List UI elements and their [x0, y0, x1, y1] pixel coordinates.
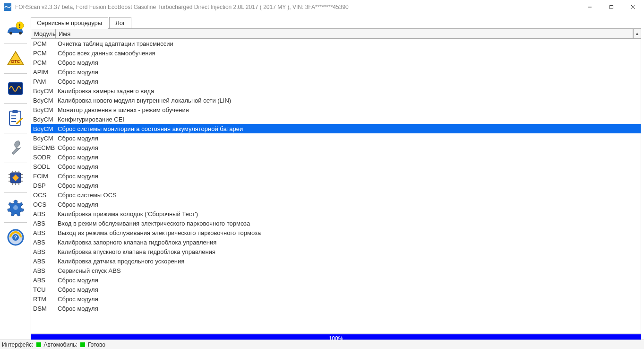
- tab-log[interactable]: Лог: [109, 17, 131, 29]
- cell-module: ABS: [31, 248, 56, 255]
- cell-module: FCIM: [31, 173, 56, 180]
- cell-name: Сброс модуля: [56, 201, 641, 208]
- separator: [4, 44, 27, 44]
- title-bar: FORScan v2.3.37 beta, Ford Fusion EcoBoo…: [0, 0, 644, 14]
- svg-rect-8: [19, 27, 20, 28]
- status-bar: Интерфейс: Автомобиль: Готово: [0, 340, 644, 349]
- tests-button[interactable]: [4, 106, 27, 130]
- table-row[interactable]: BdyCMКалибровка нового модуля внутренней…: [31, 96, 641, 105]
- oscilloscope-button[interactable]: [4, 77, 27, 100]
- content-area: Сервисные процедуры Лог Модуль Имя ▲ PCM…: [31, 14, 644, 333]
- cell-name: Калибровка запорного клапана гидроблока …: [56, 239, 641, 246]
- svg-point-5: [19, 32, 22, 35]
- table-row[interactable]: SODRСброс модуля: [31, 152, 641, 162]
- svg-rect-12: [12, 110, 18, 113]
- cell-module: APIM: [31, 69, 56, 76]
- cell-module: BdyCM: [31, 97, 56, 104]
- table-row[interactable]: APIMСброс модуля: [31, 67, 641, 77]
- cell-module: SODR: [31, 154, 56, 161]
- cell-module: PCM: [31, 50, 56, 57]
- cell-name: Очистка таблиц адаптации трансмиссии: [56, 40, 641, 47]
- svg-rect-1: [610, 6, 613, 9]
- svg-text:DTC: DTC: [11, 59, 20, 64]
- table-row[interactable]: OCSСброс системы OCS: [31, 190, 641, 200]
- table-row[interactable]: ABSКалибровка впускного клапана гидробло…: [31, 247, 641, 256]
- procedure-table[interactable]: PCMОчистка таблиц адаптации трансмиссииP…: [31, 39, 641, 333]
- table-row[interactable]: DSMСброс модуля: [31, 304, 641, 313]
- cell-module: BdyCM: [31, 106, 56, 113]
- table-row[interactable]: DSPСброс модуля: [31, 181, 641, 190]
- cell-name: Калибровка нового модуля внутренней лока…: [56, 97, 641, 104]
- table-row[interactable]: RTMСброс модуля: [31, 294, 641, 304]
- tab-bar: Сервисные процедуры Лог: [31, 16, 641, 28]
- cell-module: SODL: [31, 163, 56, 170]
- cell-module: DSP: [31, 182, 56, 189]
- separator: [4, 133, 27, 133]
- cell-name: Сброс модуля: [56, 277, 641, 284]
- close-button[interactable]: [622, 0, 644, 14]
- cell-name: Сброс модуля: [56, 296, 641, 303]
- app-icon: [4, 3, 11, 11]
- cell-module: BdyCM: [31, 87, 56, 95]
- cell-module: ABS: [31, 267, 56, 274]
- minimize-button[interactable]: [579, 0, 601, 14]
- table-row[interactable]: BdyCMСброс модуля: [31, 133, 641, 143]
- cell-name: Сброс системы OCS: [56, 192, 641, 199]
- table-row[interactable]: ABSКалибровка датчика продольного ускоре…: [31, 256, 641, 266]
- table-row[interactable]: ABSВход в режим обслуживания электрическ…: [31, 218, 641, 228]
- table-row[interactable]: ABSКалибровка запорного клапана гидробло…: [31, 237, 641, 247]
- separator: [4, 222, 27, 223]
- cell-module: BdyCM: [31, 135, 56, 142]
- cell-module: ABS: [31, 239, 56, 246]
- table-row[interactable]: BdyCMСброс системы мониторинга состояния…: [31, 124, 641, 133]
- chip-button[interactable]: [4, 166, 27, 190]
- table-row[interactable]: PCMСброс модуля: [31, 58, 641, 67]
- cell-name: Сброс модуля: [56, 135, 641, 142]
- cell-name: Выход из режима обслуживания электрическ…: [56, 229, 641, 236]
- table-row[interactable]: ABSСервисный спуск ABS: [31, 266, 641, 275]
- table-row[interactable]: BdyCMКонфигурирование CEI: [31, 114, 641, 124]
- svg-point-29: [13, 205, 18, 210]
- tab-service-procedures[interactable]: Сервисные процедуры: [31, 17, 108, 29]
- svg-point-4: [9, 32, 12, 35]
- cell-name: Сброс модуля: [56, 69, 641, 76]
- table-row[interactable]: PCMОчистка таблиц адаптации трансмиссии: [31, 39, 641, 48]
- interface-led-icon: [36, 342, 41, 347]
- table-row[interactable]: ABSВыход из режима обслуживания электрич…: [31, 228, 641, 237]
- cell-module: BECMB: [31, 144, 56, 151]
- column-header-module[interactable]: Модуль: [31, 29, 56, 38]
- svg-text:?: ?: [14, 235, 17, 240]
- side-toolbar: DTC: [0, 14, 31, 333]
- table-row[interactable]: OCSСброс модуля: [31, 200, 641, 209]
- column-header-name[interactable]: Имя: [56, 29, 633, 38]
- table-row[interactable]: BdyCMКалибровка камеры заднего вида: [31, 86, 641, 96]
- table-row[interactable]: BECMBСброс модуля: [31, 143, 641, 152]
- table-row[interactable]: BdyCMМонитор давления в шинах - режим об…: [31, 105, 641, 114]
- cell-name: Сброс модуля: [56, 286, 641, 293]
- maximize-button[interactable]: [601, 0, 622, 14]
- cell-module: OCS: [31, 192, 56, 199]
- table-row[interactable]: ABSСброс модуля: [31, 275, 641, 285]
- window-title: FORScan v2.3.37 beta, Ford Fusion EcoBoo…: [15, 4, 579, 10]
- vehicle-info-button[interactable]: [4, 17, 27, 41]
- table-row[interactable]: PAMСброс модуля: [31, 77, 641, 86]
- help-button[interactable]: ?: [4, 226, 27, 249]
- table-row[interactable]: FCIMСброс модуля: [31, 171, 641, 181]
- cell-module: ABS: [31, 210, 56, 218]
- settings-button[interactable]: [4, 196, 27, 219]
- table-row[interactable]: SODLСброс модуля: [31, 162, 641, 171]
- dtc-button[interactable]: DTC: [4, 47, 27, 70]
- cell-name: Монитор давления в шинах - режим обучени…: [56, 106, 641, 113]
- service-button[interactable]: [4, 136, 27, 160]
- table-row[interactable]: PCMСброс всех данных самообучения: [31, 48, 641, 58]
- cell-name: Сброс модуля: [56, 173, 641, 180]
- status-ready: Готово: [88, 341, 105, 348]
- cell-module: ABS: [31, 258, 56, 265]
- table-row[interactable]: ABSКалибровка прижима колодок ('Сборочны…: [31, 209, 641, 218]
- scroll-up-button[interactable]: ▲: [633, 29, 641, 38]
- cell-name: Сброс модуля: [56, 182, 641, 189]
- cell-name: Сброс модуля: [56, 163, 641, 170]
- status-vehicle-label: Автомобиль:: [44, 341, 77, 348]
- cell-name: Сброс модуля: [56, 59, 641, 66]
- table-row[interactable]: TCUСброс модуля: [31, 285, 641, 294]
